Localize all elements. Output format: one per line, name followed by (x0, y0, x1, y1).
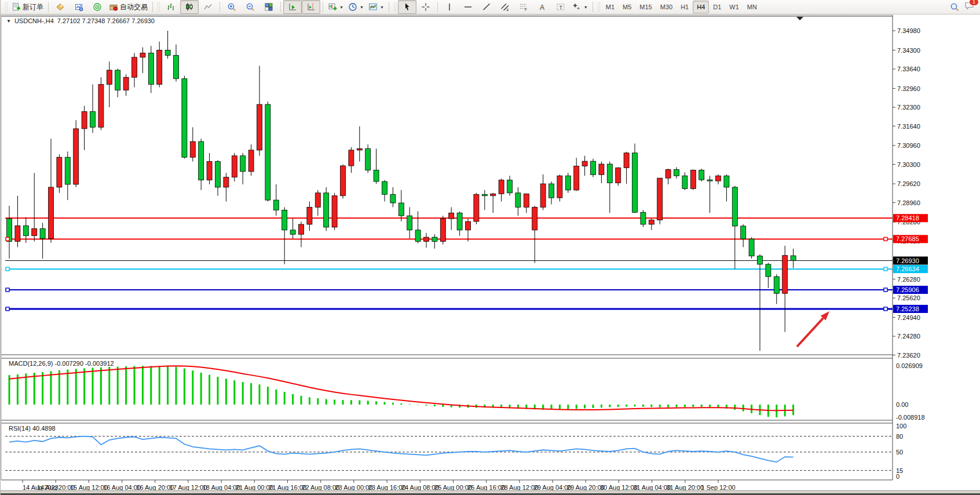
text-label-button[interactable]: T (551, 0, 570, 14)
notifications-button[interactable]: 1 (964, 1, 975, 13)
line-chart-icon (203, 2, 213, 12)
bar-chart-button[interactable] (162, 0, 180, 14)
symbol-period-label: USDCNH-,H4 (14, 17, 54, 24)
ohlc-values: 7.27102 7.27348 7.26667 7.26930 (57, 17, 155, 24)
status-strip (1, 490, 980, 495)
tab-timeframe-m5[interactable]: M5 (619, 1, 635, 13)
navigator-button[interactable] (88, 0, 107, 14)
horizontal-line-button[interactable] (459, 0, 477, 14)
crosshair-button[interactable] (416, 0, 435, 14)
svg-text:16 Aug 04:00: 16 Aug 04:00 (103, 484, 141, 490)
template-icon (368, 2, 378, 12)
svg-text:28 Aug 12:00: 28 Aug 12:00 (500, 484, 538, 490)
chart-shift-marker (796, 17, 803, 20)
data-window-icon (74, 2, 83, 12)
toolbar-grip[interactable] (5, 2, 8, 12)
svg-text:14 Aug 20:00: 14 Aug 20:00 (37, 484, 75, 490)
svg-text:23 Aug 16:00: 23 Aug 16:00 (368, 484, 406, 490)
svg-text:31 Aug 20:00: 31 Aug 20:00 (666, 484, 704, 490)
svg-text:0.00: 0.00 (896, 401, 908, 408)
svg-text:7.34300: 7.34300 (897, 47, 920, 54)
new-chart-button[interactable]: ▼ (326, 0, 346, 14)
svg-text:1 Sep 12:00: 1 Sep 12:00 (701, 484, 735, 490)
svg-text:25 Aug 16:00: 25 Aug 16:00 (467, 484, 505, 490)
svg-text:7.26930: 7.26930 (896, 257, 919, 264)
trendline-button[interactable] (477, 0, 496, 14)
svg-text:7.25620: 7.25620 (897, 294, 920, 301)
svg-text:16 Aug 20:00: 16 Aug 20:00 (136, 484, 174, 490)
svg-text:7.34980: 7.34980 (897, 27, 920, 34)
svg-text:7.23620: 7.23620 (897, 352, 920, 359)
svg-text:7.26280: 7.26280 (897, 276, 920, 283)
auto-scroll-button[interactable] (283, 0, 302, 14)
svg-text:7.30960: 7.30960 (897, 142, 920, 149)
tab-timeframe-d1[interactable]: D1 (709, 1, 725, 13)
chart-window: ▼ USDCNH-,H4 7.27102 7.27348 7.26667 7.2… (1, 14, 980, 490)
horizontal-line-icon (463, 2, 473, 12)
mt4-application: 新订单 自动交易 (0, 0, 980, 495)
fibonacci-button[interactable]: F (514, 0, 533, 14)
svg-text:100: 100 (896, 423, 906, 430)
tile-windows-button[interactable] (259, 0, 278, 14)
vertical-line-button[interactable] (440, 0, 459, 14)
tab-timeframe-mn[interactable]: MN (743, 1, 761, 13)
svg-text:31 Aug 04:00: 31 Aug 04:00 (633, 484, 671, 490)
tab-timeframe-h4[interactable]: H4 (693, 1, 709, 13)
chevron-down-icon: ▼ (6, 19, 11, 24)
cursor-button[interactable] (398, 0, 416, 14)
search-icon[interactable] (950, 2, 960, 12)
line-chart-button[interactable] (199, 0, 217, 14)
cursor-icon (403, 2, 412, 12)
svg-text:A: A (540, 3, 544, 12)
tab-timeframe-m15[interactable]: M15 (635, 1, 656, 13)
autotrading-label: 自动交易 (120, 2, 148, 12)
periods-button[interactable]: ▼ (346, 0, 366, 14)
tab-timeframe-m30[interactable]: M30 (656, 1, 677, 13)
caret-icon: ▼ (360, 5, 364, 9)
svg-text:80: 80 (896, 433, 903, 440)
tab-timeframe-w1[interactable]: W1 (725, 1, 743, 13)
zoom-in-icon (227, 2, 236, 12)
templates-button[interactable]: ▼ (366, 0, 386, 14)
chart-shift-button[interactable] (302, 0, 320, 14)
autotrading-icon (109, 2, 118, 12)
svg-text:0: 0 (896, 473, 899, 480)
data-window-button[interactable] (70, 0, 88, 14)
chart-canvas[interactable]: 7.349807.343007.336407.329607.323007.316… (1, 14, 980, 490)
tile-windows-icon (264, 2, 273, 12)
svg-text:18 Aug 04:00: 18 Aug 04:00 (203, 484, 240, 490)
new-order-button[interactable]: 新订单 (9, 0, 46, 14)
arrow-annotation (797, 318, 823, 347)
market-watch-icon (56, 2, 65, 12)
svg-text:E: E (506, 8, 509, 12)
autotrading-button[interactable]: 自动交易 (107, 0, 150, 14)
zoom-out-button[interactable] (241, 0, 259, 14)
chart-shift-icon (306, 2, 316, 12)
crosshair-icon (421, 2, 430, 12)
svg-text:7.25238: 7.25238 (896, 305, 919, 312)
svg-text:F: F (525, 8, 527, 12)
caret-icon: ▼ (380, 5, 384, 9)
text-button[interactable]: A (533, 0, 551, 14)
candlestick-chart-button[interactable] (180, 0, 199, 14)
svg-text:21 Aug 16:00: 21 Aug 16:00 (269, 484, 306, 490)
tab-timeframe-m1[interactable]: M1 (602, 1, 619, 13)
svg-text:7.24280: 7.24280 (897, 333, 920, 340)
equidistant-channel-icon: E (500, 2, 510, 12)
text-icon: A (537, 2, 547, 12)
arrows-button[interactable]: ▼ (570, 0, 590, 14)
clock-icon (348, 2, 357, 12)
equidistant-channel-button[interactable]: E (496, 0, 514, 14)
tab-timeframe-h1[interactable]: H1 (677, 1, 693, 13)
ohlc-readout[interactable]: ▼ USDCNH-,H4 7.27102 7.27348 7.26667 7.2… (6, 17, 155, 24)
svg-text:7.32960: 7.32960 (897, 85, 920, 92)
zoom-out-icon (246, 2, 255, 12)
svg-text:7.25906: 7.25906 (896, 286, 919, 293)
caret-icon: ▼ (339, 5, 343, 9)
svg-text:21 Aug 00:00: 21 Aug 00:00 (236, 484, 273, 490)
market-watch-button[interactable] (51, 0, 70, 14)
svg-text:23 Aug 00:00: 23 Aug 00:00 (335, 484, 372, 490)
svg-text:7.27685: 7.27685 (896, 235, 919, 242)
zoom-in-button[interactable] (222, 0, 241, 14)
navigator-icon (93, 2, 102, 12)
